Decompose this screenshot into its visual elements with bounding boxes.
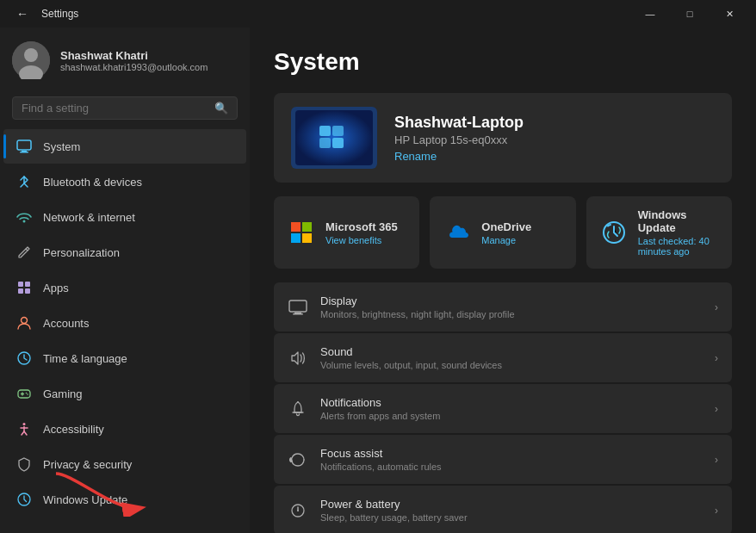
display-chevron: › [715,301,718,313]
powerbattery-desc: Sleep, battery usage, battery saver [320,512,468,523]
sidebar-item-bluetooth[interactable]: Bluetooth & devices [3,164,246,199]
close-button[interactable]: ✕ [710,0,749,28]
nav-items: System Bluetooth & devices [0,128,250,533]
device-thumbnail [291,107,377,169]
onedrive-info: OneDrive Manage [481,220,531,245]
svg-point-11 [22,318,28,324]
settings-row-focusassist[interactable]: Focus assist Notifications, automatic ru… [274,435,732,484]
svg-point-1 [24,48,38,62]
focusassist-desc: Notifications, automatic rules [320,462,442,472]
sidebar-item-gaming[interactable]: Gaming [3,376,246,411]
bluetooth-icon [15,173,33,190]
sidebar-item-time[interactable]: Time & language [3,341,246,375]
svg-rect-10 [25,288,30,294]
powerbattery-text: Power & battery Sleep, battery usage, ba… [320,498,468,523]
notifications-title: Notifications [320,396,440,409]
minimize-button[interactable]: — [630,0,670,28]
sidebar-item-accounts[interactable]: Accounts [3,306,246,340]
microsoft365-sub[interactable]: View benefits [325,235,398,245]
svg-rect-3 [17,140,31,150]
svg-point-6 [23,220,26,223]
apps-label: Apps [43,282,69,294]
system-label: System [43,140,80,153]
display-icon [288,297,308,318]
notifications-text: Notifications Alerts from apps and syste… [320,396,440,421]
sidebar-item-network[interactable]: Network & internet [3,200,246,234]
settings-row-notifications[interactable]: Notifications Alerts from apps and syste… [274,384,732,433]
microsoft365-info: Microsoft 365 View benefits [325,220,398,245]
sidebar-item-apps[interactable]: Apps [3,270,246,305]
sound-text: Sound Volume levels, output, input, soun… [320,345,502,370]
user-info: Shashwat Khatri shashwat.khatri1993@outl… [60,49,208,72]
display-text: Display Monitors, brightness, night ligh… [320,294,515,319]
avatar [12,41,50,79]
svg-rect-32 [289,301,307,312]
device-rename[interactable]: Rename [394,150,524,163]
accessibility-icon [15,420,33,437]
time-icon [15,350,33,367]
sidebar-item-windowsupdate[interactable]: Windows Update [3,482,246,517]
svg-rect-23 [319,126,331,136]
back-button[interactable]: ← [10,2,34,26]
svg-rect-28 [302,222,312,232]
accounts-icon [15,314,33,332]
svg-rect-25 [319,138,331,148]
focusassist-left: Focus assist Notifications, automatic ru… [288,447,442,472]
svg-line-20 [24,431,27,435]
svg-rect-30 [302,233,312,243]
quick-card-windowsupdate[interactable]: Windows Update Last checked: 40 minutes … [586,196,732,269]
quick-card-onedrive[interactable]: OneDrive Manage [430,196,575,269]
settings-row-display[interactable]: Display Monitors, brightness, night ligh… [274,282,732,332]
quick-card-microsoft365[interactable]: Microsoft 365 View benefits [274,196,419,269]
focusassist-icon [288,449,308,470]
onedrive-sub[interactable]: Manage [481,235,531,245]
sidebar-item-accessibility[interactable]: Accessibility [3,412,246,446]
device-info: Shashwat-Laptop HP Laptop 15s-eq0xxx Ren… [394,114,524,163]
main-content: System [250,28,756,533]
sidebar-item-system[interactable]: System [3,129,246,164]
sidebar-item-personalization[interactable]: Personalization [3,235,246,270]
svg-rect-8 [25,282,30,287]
svg-rect-29 [291,233,301,243]
windowsupdate-quick-sub: Last checked: 40 minutes ago [638,236,718,257]
powerbattery-left: Power & battery Sleep, battery usage, ba… [288,498,468,523]
privacy-icon [15,456,33,473]
window-controls: — □ ✕ [630,0,749,28]
microsoft365-title: Microsoft 365 [325,220,398,233]
user-name: Shashwat Khatri [60,49,208,62]
settings-row-powerbattery[interactable]: Power & battery Sleep, battery usage, ba… [274,486,732,533]
focusassist-title: Focus assist [320,447,442,460]
personalization-icon [15,244,33,261]
search-box[interactable]: 🔍 [12,96,238,120]
windowsupdate-icon [15,491,33,508]
powerbattery-chevron: › [715,505,718,517]
svg-point-35 [297,401,299,403]
titlebar: ← Settings — □ ✕ [0,0,756,28]
svg-rect-26 [332,138,344,148]
sidebar: Shashwat Khatri shashwat.khatri1993@outl… [0,28,250,533]
windowsupdate-quick-info: Windows Update Last checked: 40 minutes … [638,208,718,257]
sound-desc: Volume levels, output, input, sound devi… [320,360,502,370]
focusassist-chevron: › [715,454,718,466]
apps-icon [15,279,33,296]
quick-access: Microsoft 365 View benefits OneDrive Man… [274,196,732,269]
maximize-button[interactable]: □ [670,0,710,28]
notifications-icon [288,399,308,419]
user-email: shashwat.khatri1993@outlook.com [60,62,208,72]
powerbattery-icon [288,500,308,521]
sidebar-item-privacy[interactable]: Privacy & security [3,447,246,481]
settings-row-sound[interactable]: Sound Volume levels, output, input, soun… [274,333,732,382]
svg-point-14 [26,393,28,394]
powerbattery-title: Power & battery [320,498,468,511]
svg-rect-27 [291,222,301,232]
user-profile[interactable]: Shashwat Khatri shashwat.khatri1993@outl… [0,28,250,91]
page-title: System [274,48,732,76]
app-body: Shashwat Khatri shashwat.khatri1993@outl… [0,28,756,533]
search-input[interactable] [22,102,208,115]
svg-rect-7 [18,282,23,287]
accounts-label: Accounts [43,317,89,330]
sound-chevron: › [715,352,718,364]
sound-title: Sound [320,345,502,358]
titlebar-left: ← Settings [10,2,78,26]
accessibility-label: Accessibility [43,423,104,436]
